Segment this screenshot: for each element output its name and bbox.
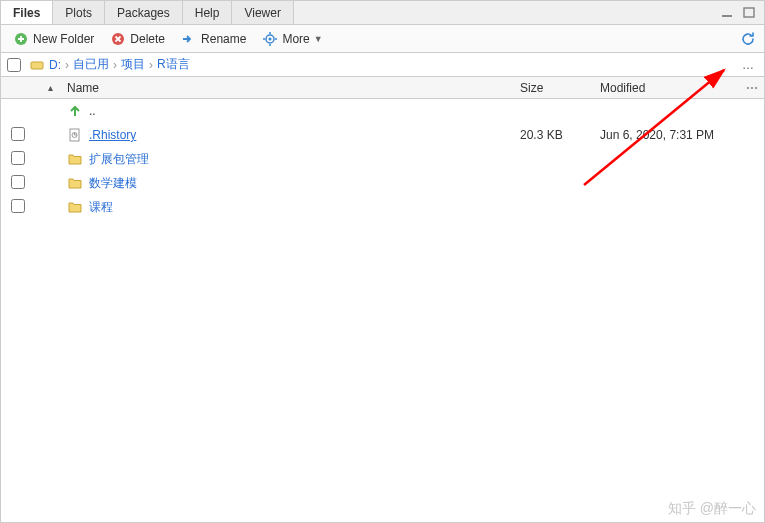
crumb-2[interactable]: 项目 (121, 56, 145, 73)
file-size: 20.3 KB (520, 128, 600, 142)
new-folder-label: New Folder (33, 32, 94, 46)
svg-rect-0 (722, 15, 732, 17)
file-name[interactable]: 课程 (89, 199, 113, 216)
tab-viewer[interactable]: Viewer (232, 1, 293, 24)
file-icon (67, 127, 83, 143)
row-checkbox[interactable] (11, 199, 25, 213)
table-row[interactable]: 课程 (1, 195, 764, 219)
row-checkbox[interactable] (11, 175, 25, 189)
up-arrow-icon (67, 103, 83, 119)
delete-icon (110, 31, 126, 47)
file-modified: Jun 6, 2020, 7:31 PM (600, 128, 740, 142)
maximize-icon[interactable] (742, 5, 758, 21)
file-name[interactable]: 扩展包管理 (89, 151, 149, 168)
column-name[interactable]: Name (63, 81, 520, 95)
tab-help[interactable]: Help (183, 1, 233, 24)
panel-tabs: Files Plots Packages Help Viewer (1, 1, 764, 25)
breadcrumb: D: › 自已用 › 项目 › R语言 … (1, 53, 764, 77)
crumb-1[interactable]: 自已用 (73, 56, 109, 73)
folder-icon (67, 151, 83, 167)
rename-icon (181, 31, 197, 47)
minimize-icon[interactable] (720, 5, 736, 21)
drive-icon (29, 57, 45, 73)
rename-label: Rename (201, 32, 246, 46)
folder-icon (67, 175, 83, 191)
gear-icon (262, 31, 278, 47)
folder-icon (67, 199, 83, 215)
chevron-right-icon: › (113, 58, 117, 72)
tab-files[interactable]: Files (1, 1, 53, 24)
row-checkbox[interactable] (11, 151, 25, 165)
chevron-right-icon: › (65, 58, 69, 72)
svg-point-5 (269, 37, 272, 40)
delete-label: Delete (130, 32, 165, 46)
column-size[interactable]: Size (520, 81, 600, 95)
delete-button[interactable]: Delete (104, 29, 171, 49)
watermark: 知乎 @醉一心 (668, 500, 756, 518)
column-modified[interactable]: Modified (600, 81, 740, 95)
svg-rect-10 (31, 62, 43, 69)
file-table-header: ▴ Name Size Modified ⋯ (1, 77, 764, 99)
more-label: More (282, 32, 309, 46)
rename-button[interactable]: Rename (175, 29, 252, 49)
select-all-checkbox[interactable] (7, 58, 21, 72)
new-folder-button[interactable]: New Folder (7, 29, 100, 49)
up-directory-row[interactable]: .. (1, 99, 764, 123)
file-name[interactable]: .Rhistory (89, 128, 136, 142)
file-name[interactable]: 数学建模 (89, 175, 137, 192)
tab-plots[interactable]: Plots (53, 1, 105, 24)
svg-rect-1 (744, 8, 754, 17)
crumb-3[interactable]: R语言 (157, 56, 190, 73)
table-row[interactable]: 数学建模 (1, 171, 764, 195)
chevron-right-icon: › (149, 58, 153, 72)
more-button[interactable]: More ▼ (256, 29, 328, 49)
tab-packages[interactable]: Packages (105, 1, 183, 24)
file-name: .. (89, 104, 96, 118)
row-checkbox[interactable] (11, 127, 25, 141)
table-row[interactable]: .Rhistory 20.3 KB Jun 6, 2020, 7:31 PM (1, 123, 764, 147)
files-toolbar: New Folder Delete Rename More ▼ (1, 25, 764, 53)
refresh-icon (740, 31, 756, 47)
crumb-root[interactable]: D: (49, 58, 61, 72)
breadcrumb-menu-button[interactable]: … (738, 58, 758, 72)
file-list: .. .Rhistory 20.3 KB Jun 6, 2020, 7:31 P… (1, 99, 764, 219)
column-menu-button[interactable]: ⋯ (740, 81, 764, 95)
new-folder-icon (13, 31, 29, 47)
dropdown-caret-icon: ▼ (314, 34, 323, 44)
table-row[interactable]: 扩展包管理 (1, 147, 764, 171)
sort-indicator-icon[interactable]: ▴ (37, 82, 63, 93)
refresh-button[interactable] (738, 29, 758, 49)
